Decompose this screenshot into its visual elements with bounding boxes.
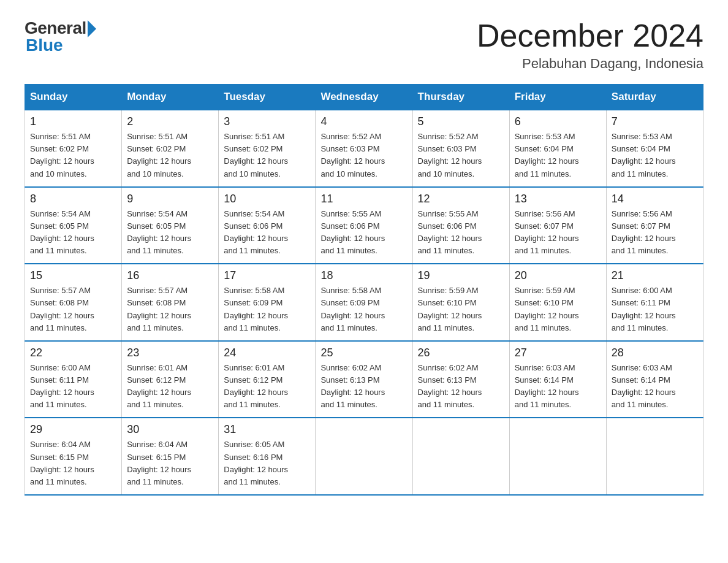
day-info: Sunrise: 5:51 AMSunset: 6:02 PMDaylight:… — [224, 131, 310, 180]
day-number: 3 — [224, 115, 310, 128]
day-number: 30 — [127, 423, 213, 436]
day-info: Sunrise: 5:58 AMSunset: 6:09 PMDaylight:… — [320, 285, 407, 334]
day-number: 13 — [515, 193, 601, 205]
calendar-cell: 11Sunrise: 5:55 AMSunset: 6:06 PMDayligh… — [316, 187, 412, 264]
day-number: 15 — [30, 269, 116, 282]
month-title: December 2024 — [477, 18, 703, 53]
calendar-cell: 31Sunrise: 6:05 AMSunset: 6:16 PMDayligh… — [219, 418, 316, 495]
calendar-cell: 29Sunrise: 6:04 AMSunset: 6:15 PMDayligh… — [25, 418, 122, 495]
day-info: Sunrise: 5:58 AMSunset: 6:09 PMDaylight:… — [224, 285, 310, 334]
week-row-5: 29Sunrise: 6:04 AMSunset: 6:15 PMDayligh… — [25, 418, 703, 495]
calendar-cell: 9Sunrise: 5:54 AMSunset: 6:05 PMDaylight… — [122, 187, 219, 264]
week-row-2: 8Sunrise: 5:54 AMSunset: 6:05 PMDaylight… — [25, 187, 703, 264]
calendar-cell — [412, 418, 509, 495]
header-cell-monday: Monday — [122, 85, 219, 110]
day-number: 16 — [127, 269, 213, 282]
calendar-cell: 6Sunrise: 5:53 AMSunset: 6:04 PMDaylight… — [509, 110, 606, 187]
calendar-cell: 12Sunrise: 5:55 AMSunset: 6:06 PMDayligh… — [412, 187, 509, 264]
day-info: Sunrise: 5:52 AMSunset: 6:03 PMDaylight:… — [418, 131, 504, 180]
day-info: Sunrise: 6:02 AMSunset: 6:13 PMDaylight:… — [320, 362, 407, 412]
calendar-cell: 28Sunrise: 6:03 AMSunset: 6:14 PMDayligh… — [606, 341, 703, 418]
header-row: SundayMondayTuesdayWednesdayThursdayFrid… — [25, 85, 703, 110]
logo-arrow-icon — [88, 20, 96, 37]
day-info: Sunrise: 6:01 AMSunset: 6:12 PMDaylight:… — [127, 362, 213, 412]
calendar-cell: 7Sunrise: 5:53 AMSunset: 6:04 PMDaylight… — [606, 110, 703, 187]
calendar-cell: 10Sunrise: 5:54 AMSunset: 6:06 PMDayligh… — [219, 187, 316, 264]
day-info: Sunrise: 5:54 AMSunset: 6:06 PMDaylight:… — [224, 208, 310, 258]
day-info: Sunrise: 6:04 AMSunset: 6:15 PMDaylight:… — [30, 439, 116, 488]
calendar-cell: 30Sunrise: 6:04 AMSunset: 6:15 PMDayligh… — [122, 418, 219, 495]
day-info: Sunrise: 6:03 AMSunset: 6:14 PMDaylight:… — [612, 362, 698, 412]
week-row-3: 15Sunrise: 5:57 AMSunset: 6:08 PMDayligh… — [25, 264, 703, 341]
header-cell-sunday: Sunday — [25, 85, 122, 110]
day-info: Sunrise: 5:51 AMSunset: 6:02 PMDaylight:… — [127, 131, 213, 180]
day-info: Sunrise: 5:55 AMSunset: 6:06 PMDaylight:… — [418, 208, 504, 258]
day-info: Sunrise: 6:02 AMSunset: 6:13 PMDaylight:… — [418, 362, 504, 412]
logo-blue-text: Blue — [26, 36, 63, 55]
calendar-cell: 27Sunrise: 6:03 AMSunset: 6:14 PMDayligh… — [509, 341, 606, 418]
day-number: 1 — [30, 115, 116, 128]
day-info: Sunrise: 5:56 AMSunset: 6:07 PMDaylight:… — [612, 208, 698, 258]
day-info: Sunrise: 5:54 AMSunset: 6:05 PMDaylight:… — [127, 208, 213, 258]
header-cell-wednesday: Wednesday — [316, 85, 412, 110]
calendar-cell: 14Sunrise: 5:56 AMSunset: 6:07 PMDayligh… — [606, 187, 703, 264]
location-title: Pelabuhan Dagang, Indonesia — [477, 56, 703, 72]
day-number: 5 — [418, 115, 504, 128]
day-number: 25 — [320, 347, 407, 359]
calendar-cell: 1Sunrise: 5:51 AMSunset: 6:02 PMDaylight… — [25, 110, 122, 187]
day-info: Sunrise: 5:55 AMSunset: 6:06 PMDaylight:… — [320, 208, 407, 258]
header-cell-tuesday: Tuesday — [219, 85, 316, 110]
day-number: 31 — [224, 423, 310, 436]
day-info: Sunrise: 5:51 AMSunset: 6:02 PMDaylight:… — [30, 131, 116, 180]
calendar-cell: 24Sunrise: 6:01 AMSunset: 6:12 PMDayligh… — [219, 341, 316, 418]
calendar-cell: 3Sunrise: 5:51 AMSunset: 6:02 PMDaylight… — [219, 110, 316, 187]
day-info: Sunrise: 5:53 AMSunset: 6:04 PMDaylight:… — [612, 131, 698, 180]
day-number: 11 — [320, 193, 407, 205]
calendar-cell: 5Sunrise: 5:52 AMSunset: 6:03 PMDaylight… — [412, 110, 509, 187]
day-number: 6 — [515, 115, 601, 128]
day-number: 14 — [612, 193, 698, 205]
day-number: 28 — [612, 347, 698, 359]
title-area: December 2024 Pelabuhan Dagang, Indonesi… — [477, 18, 703, 72]
calendar-cell: 18Sunrise: 5:58 AMSunset: 6:09 PMDayligh… — [316, 264, 412, 341]
calendar-cell — [509, 418, 606, 495]
day-number: 17 — [224, 269, 310, 282]
day-info: Sunrise: 6:03 AMSunset: 6:14 PMDaylight:… — [515, 362, 601, 412]
day-info: Sunrise: 5:52 AMSunset: 6:03 PMDaylight:… — [320, 131, 407, 180]
calendar-cell: 8Sunrise: 5:54 AMSunset: 6:05 PMDaylight… — [25, 187, 122, 264]
calendar-cell — [316, 418, 412, 495]
day-info: Sunrise: 5:53 AMSunset: 6:04 PMDaylight:… — [515, 131, 601, 180]
day-number: 24 — [224, 347, 310, 359]
day-info: Sunrise: 6:00 AMSunset: 6:11 PMDaylight:… — [612, 285, 698, 334]
day-number: 27 — [515, 347, 601, 359]
calendar-cell: 4Sunrise: 5:52 AMSunset: 6:03 PMDaylight… — [316, 110, 412, 187]
calendar-cell: 13Sunrise: 5:56 AMSunset: 6:07 PMDayligh… — [509, 187, 606, 264]
calendar-cell: 25Sunrise: 6:02 AMSunset: 6:13 PMDayligh… — [316, 341, 412, 418]
day-number: 23 — [127, 347, 213, 359]
calendar-cell: 16Sunrise: 5:57 AMSunset: 6:08 PMDayligh… — [122, 264, 219, 341]
day-number: 18 — [320, 269, 407, 282]
day-number: 2 — [127, 115, 213, 128]
calendar-cell — [606, 418, 703, 495]
calendar-cell: 20Sunrise: 5:59 AMSunset: 6:10 PMDayligh… — [509, 264, 606, 341]
header-cell-saturday: Saturday — [606, 85, 703, 110]
day-info: Sunrise: 6:01 AMSunset: 6:12 PMDaylight:… — [224, 362, 310, 412]
calendar-cell: 2Sunrise: 5:51 AMSunset: 6:02 PMDaylight… — [122, 110, 219, 187]
day-info: Sunrise: 6:00 AMSunset: 6:11 PMDaylight:… — [30, 362, 116, 412]
logo: General Blue — [25, 18, 96, 55]
header-cell-thursday: Thursday — [412, 85, 509, 110]
calendar-cell: 19Sunrise: 5:59 AMSunset: 6:10 PMDayligh… — [412, 264, 509, 341]
calendar-cell: 17Sunrise: 5:58 AMSunset: 6:09 PMDayligh… — [219, 264, 316, 341]
day-info: Sunrise: 5:59 AMSunset: 6:10 PMDaylight:… — [515, 285, 601, 334]
day-info: Sunrise: 5:56 AMSunset: 6:07 PMDaylight:… — [515, 208, 601, 258]
calendar-cell: 26Sunrise: 6:02 AMSunset: 6:13 PMDayligh… — [412, 341, 509, 418]
day-number: 4 — [320, 115, 407, 128]
day-info: Sunrise: 6:05 AMSunset: 6:16 PMDaylight:… — [224, 439, 310, 488]
day-number: 12 — [418, 193, 504, 205]
calendar-table: SundayMondayTuesdayWednesdayThursdayFrid… — [25, 84, 703, 496]
calendar-cell: 15Sunrise: 5:57 AMSunset: 6:08 PMDayligh… — [25, 264, 122, 341]
calendar-cell: 23Sunrise: 6:01 AMSunset: 6:12 PMDayligh… — [122, 341, 219, 418]
day-info: Sunrise: 5:54 AMSunset: 6:05 PMDaylight:… — [30, 208, 116, 258]
day-number: 21 — [612, 269, 698, 282]
day-number: 8 — [30, 193, 116, 205]
